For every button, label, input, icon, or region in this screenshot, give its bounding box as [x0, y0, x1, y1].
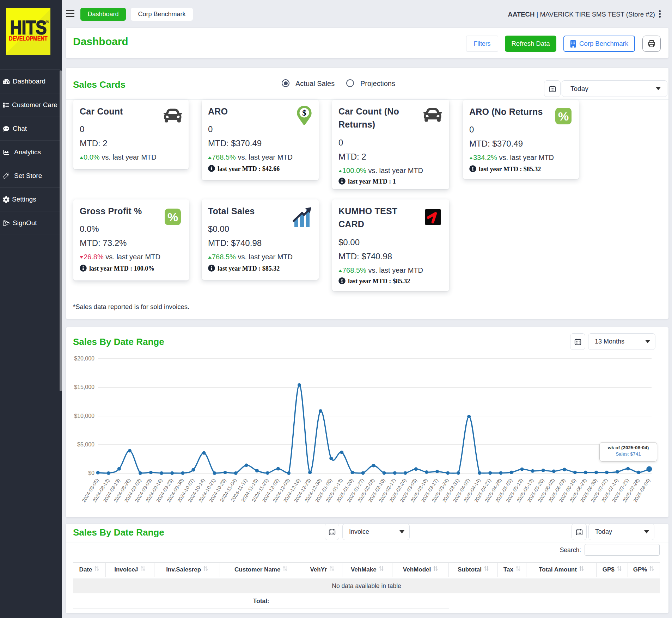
- svg-text:$10,000: $10,000: [74, 413, 94, 419]
- svg-text:$20,000: $20,000: [74, 356, 94, 361]
- svg-text:$15,000: $15,000: [74, 384, 94, 390]
- svg-text:$0: $0: [88, 470, 94, 476]
- svg-text:$5,000: $5,000: [77, 441, 94, 447]
